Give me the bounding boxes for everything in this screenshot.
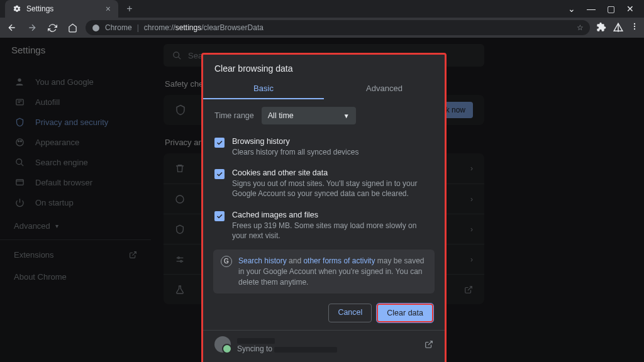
option-title: Browsing history <box>232 137 358 146</box>
google-logo-icon: G <box>221 256 232 267</box>
svg-point-3 <box>634 28 635 30</box>
option-title: Cookies and other site data <box>232 168 433 177</box>
new-tab-button[interactable]: + <box>123 3 136 15</box>
clear-browsing-data-dialog: Clear browsing data Basic Advanced Time … <box>201 53 447 362</box>
maximize-icon[interactable]: ▢ <box>607 4 615 14</box>
bookmark-star-icon[interactable]: ☆ <box>577 23 584 32</box>
tab-title: Settings <box>26 4 53 13</box>
dialog-title: Clear browsing data <box>203 55 445 79</box>
extension-icons <box>596 22 639 33</box>
time-range-value: All time <box>268 111 294 120</box>
window-controls: ⌄ — ▢ ✕ <box>568 4 639 14</box>
time-range-select[interactable]: All time ▼ <box>262 107 356 124</box>
reload-button[interactable] <box>45 21 59 35</box>
sync-text: Syncing to <box>237 336 337 353</box>
google-activity-info: G Search history and other forms of acti… <box>213 250 435 293</box>
dialog-buttons: Cancel Clear data <box>203 299 445 327</box>
browser-toolbar: Chrome | chrome://settings/clearBrowserD… <box>0 18 644 38</box>
option-desc: Clears history from all synced devices <box>232 147 358 157</box>
account-avatar <box>214 336 231 353</box>
home-button[interactable] <box>65 21 79 35</box>
option-desc: Signs you out of most sites. You'll stay… <box>232 178 433 199</box>
open-external-icon <box>425 340 433 349</box>
option-cookies[interactable]: Cookies and other site data Signs you ou… <box>203 163 445 205</box>
back-button[interactable] <box>5 21 19 35</box>
browser-tab-settings[interactable]: Settings × <box>5 0 118 18</box>
tab-strip: Settings × + ⌄ — ▢ ✕ <box>0 0 644 18</box>
gear-icon <box>13 4 21 13</box>
address-bar[interactable]: Chrome | chrome://settings/clearBrowserD… <box>86 20 590 35</box>
checkbox-cache[interactable] <box>214 211 225 221</box>
extensions-puzzle-icon[interactable] <box>596 22 606 33</box>
origin-label: Chrome <box>105 23 132 32</box>
forward-button[interactable] <box>25 21 39 35</box>
minimize-icon[interactable]: — <box>587 4 596 14</box>
sync-account-row[interactable]: Syncing to <box>203 330 445 358</box>
option-desc: Frees up 319 MB. Some sites may load mor… <box>232 221 433 241</box>
browser-menu-icon[interactable] <box>630 22 639 33</box>
dialog-tabs: Basic Advanced <box>203 79 445 99</box>
checkbox-browsing-history[interactable] <box>214 138 225 148</box>
svg-point-0 <box>92 25 99 31</box>
option-title: Cached images and files <box>232 211 433 219</box>
option-cached-images[interactable]: Cached images and files Frees up 319 MB.… <box>203 206 445 247</box>
brand-extension-icon[interactable] <box>613 22 624 33</box>
svg-point-1 <box>634 23 635 25</box>
close-window-icon[interactable]: ✕ <box>626 4 634 14</box>
option-browsing-history[interactable]: Browsing history Clears history from all… <box>203 132 445 163</box>
time-range-row: Time range All time ▼ <box>203 99 445 132</box>
site-info-icon[interactable] <box>92 24 100 32</box>
other-activity-link[interactable]: other forms of activity <box>303 256 375 265</box>
close-tab-icon[interactable]: × <box>106 4 111 14</box>
tab-advanced[interactable]: Advanced <box>324 79 445 99</box>
url-text: chrome://settings/clearBrowserData <box>144 23 264 32</box>
clear-data-button[interactable]: Clear data <box>377 304 433 322</box>
search-history-link[interactable]: Search history <box>238 256 287 265</box>
checkbox-cookies[interactable] <box>214 169 225 179</box>
time-range-label: Time range <box>214 111 254 120</box>
cancel-button[interactable]: Cancel <box>328 304 372 322</box>
chevron-down-icon[interactable]: ⌄ <box>568 4 575 14</box>
chevron-down-icon: ▼ <box>343 112 350 119</box>
svg-point-2 <box>634 26 635 27</box>
tab-basic[interactable]: Basic <box>203 79 324 99</box>
info-text: Search history and other forms of activi… <box>238 256 427 287</box>
